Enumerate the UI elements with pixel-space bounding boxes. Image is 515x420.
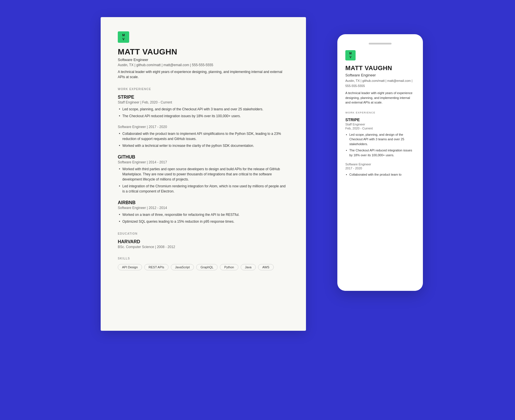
skill-javascript: JavaScript — [171, 264, 194, 270]
avatar-line1: M — [122, 33, 125, 37]
mobile-company-stripe: STRIPE — [345, 117, 415, 122]
mobile-work-label: WORK EXPERIENCE — [345, 111, 415, 114]
bullet-github-1: Worked with third parties and open sourc… — [118, 167, 289, 182]
mobile-fade-overlay — [337, 274, 423, 291]
job-github: GITHUB Software Engineer | 2014 - 2017 W… — [118, 155, 289, 194]
education-section-label: EDUCATION — [118, 232, 289, 235]
education-harvard: HARVARD BSc. Computer Science | 2008 - 2… — [118, 239, 289, 249]
main-summary: A technical leader with eight years of e… — [118, 69, 289, 80]
skill-java: Java — [241, 264, 256, 270]
skill-api-design: API Design — [118, 264, 142, 270]
mobile-job-stripe-swe: Software Engineer 2017 - 2020 Collaborat… — [345, 163, 415, 177]
company-github: GITHUB — [118, 155, 289, 160]
bullet-stripe-staff-2: The Checkout API reduced integration iss… — [118, 113, 289, 119]
main-name: MATT VAUGHN — [118, 47, 289, 56]
company-airbnb: AIRBNB — [118, 200, 289, 205]
avatar-mobile-line1: M — [349, 52, 352, 55]
avatar-main: M V — [118, 31, 129, 43]
mobile-bullet-stripe-staff-1: Led scope, planning, and design of the C… — [345, 132, 415, 147]
avatar-mobile-line2: V — [350, 55, 352, 59]
bullet-stripe-staff-1: Led scope, planning, and design of the C… — [118, 107, 289, 112]
mobile-contact: Austin, TX | github.com/matt | matt@emai… — [345, 78, 415, 88]
skill-rest-apis: REST APIs — [144, 264, 169, 270]
avatar-line2: V — [122, 37, 124, 41]
job-github-meta: Software Engineer | 2014 - 2017 — [118, 160, 289, 164]
mobile-job-stripe-staff: STRIPE Staff Engineer Feb, 2020 - Curren… — [345, 117, 415, 158]
mobile-title: Software Engineer — [345, 73, 415, 77]
bullet-stripe-swe-1: Collaborated with the product team to im… — [118, 131, 289, 141]
mobile-name: MATT VAUGHN — [345, 64, 415, 72]
skill-python: Python — [220, 264, 238, 270]
mobile-summary: A technical leader with eight years of e… — [345, 91, 415, 105]
bullet-airbnb-1: Worked on a team of three, responsible f… — [118, 212, 289, 217]
mobile-stripe-staff-period: Feb, 2020 - Current — [345, 127, 415, 130]
job-stripe-staff: STRIPE Staff Engineer | Feb, 2020 - Curr… — [118, 95, 289, 119]
skills-container: API Design REST APIs JavaScript GraphQL … — [118, 264, 289, 270]
bullet-airbnb-2: Optimized SQL queries leading to a 15% r… — [118, 219, 289, 224]
main-title: Software Engineer — [118, 58, 289, 62]
mobile-stripe-staff-role: Staff Engineer — [345, 123, 415, 126]
main-contact: Austin, TX | github.com/matt | matt@emai… — [118, 63, 289, 67]
skill-graphql: GraphQL — [196, 264, 218, 270]
work-section-label: WORK EXPERIENCE — [118, 88, 289, 91]
company-stripe: STRIPE — [118, 95, 289, 100]
school-harvard: HARVARD — [118, 239, 289, 244]
scene: M V MATT VAUGHN Software Engineer Austin… — [101, 17, 414, 331]
mobile-stripe-swe-role: Software Engineer — [345, 163, 415, 166]
mobile-bullet-stripe-staff-2: The Checkout API reduced integration iss… — [345, 148, 415, 157]
resume-mobile-card: M V MATT VAUGHN Software Engineer Austin… — [337, 34, 423, 291]
bullet-github-2: Led integration of the Chromium renderin… — [118, 184, 289, 194]
job-stripe-staff-meta: Staff Engineer | Feb, 2020 - Current — [118, 100, 289, 104]
job-stripe-swe-meta: Software Engineer | 2017 - 2020 — [118, 125, 289, 129]
skills-section-label: SKILLS — [118, 257, 289, 260]
bullet-stripe-swe-2: Worked with a technical writer to increa… — [118, 143, 289, 148]
skill-aws: AWS — [258, 264, 274, 270]
mobile-stripe-swe-period: 2017 - 2020 — [345, 167, 415, 170]
job-airbnb-meta: Software Engineer | 2012 - 2014 — [118, 206, 289, 210]
resume-main-card: M V MATT VAUGHN Software Engineer Austin… — [101, 17, 306, 331]
job-airbnb: AIRBNB Software Engineer | 2012 - 2014 W… — [118, 200, 289, 224]
avatar-mobile: M V — [345, 50, 356, 60]
job-stripe-swe: Software Engineer | 2017 - 2020 Collabor… — [118, 125, 289, 148]
mobile-bullet-stripe-swe-1: Collaborated with the product team to — [345, 172, 415, 177]
degree-harvard: BSc. Computer Science | 2008 - 2012 — [118, 245, 289, 249]
